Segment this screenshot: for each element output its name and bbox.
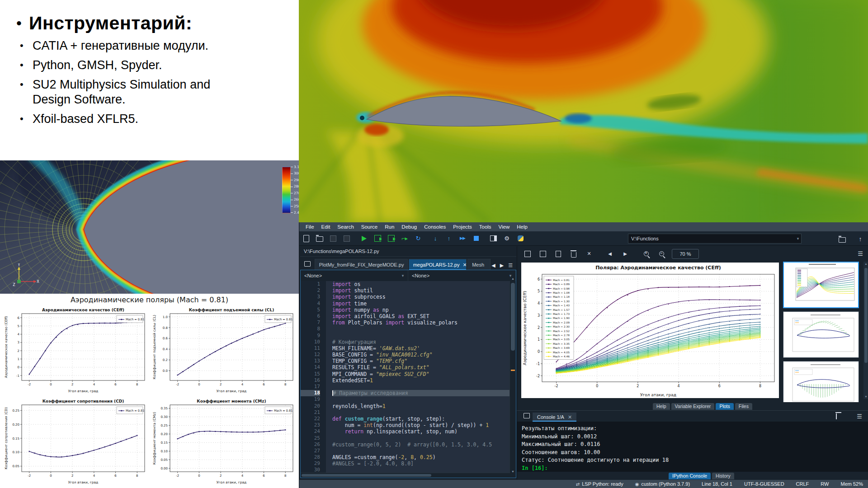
code-line-25[interactable] xyxy=(332,435,510,441)
tab-mesh[interactable]: Mesh xyxy=(467,259,491,270)
new-file-button[interactable] xyxy=(299,233,313,244)
save-all-plots-button[interactable] xyxy=(536,249,550,259)
menu-view[interactable]: View xyxy=(495,224,514,230)
code-line-14[interactable]: RESULTS_FILE = "ALL_polars.txt" xyxy=(332,364,510,371)
thumbnail-airfoil-plot-1[interactable] xyxy=(783,311,859,358)
scrollbar-thumb[interactable] xyxy=(511,283,515,351)
save-button[interactable] xyxy=(326,233,340,244)
menu-source[interactable]: Source xyxy=(358,224,381,230)
parent-directory-button[interactable]: ↑ xyxy=(854,234,867,244)
open-file-button[interactable] xyxy=(313,233,326,244)
code-line-19[interactable] xyxy=(332,396,510,403)
code-line-26[interactable]: #custom_range(0, 5, 2) # array([0.0, 1.5… xyxy=(332,441,510,448)
menu-tools[interactable]: Tools xyxy=(476,224,495,230)
run-button[interactable] xyxy=(357,233,371,244)
browse-directory-button[interactable] xyxy=(835,234,849,244)
code-editor[interactable]: 1234567891011121314151617181920212223242… xyxy=(301,281,510,473)
thumbnail-airfoil-plot-2[interactable] xyxy=(783,361,859,408)
code-line-5[interactable]: import numpy as np xyxy=(332,307,510,313)
next-plot-button[interactable]: ▶ xyxy=(618,249,632,259)
tab-megapolars[interactable]: megaPOLARS-12.py ✕ xyxy=(409,259,467,270)
remove-plot-button[interactable] xyxy=(567,249,580,259)
code-line-28[interactable]: ANGLES =custom_range(-2, 8, 0.25) xyxy=(332,454,510,460)
working-directory-combo[interactable]: ▾ xyxy=(628,234,802,244)
plots-options-menu-button[interactable]: ☰ xyxy=(858,250,863,257)
rerun-cell-button[interactable]: ↻ xyxy=(411,233,425,244)
menu-run[interactable]: Run xyxy=(381,224,398,230)
code-line-8[interactable] xyxy=(332,326,510,332)
remove-console-button[interactable] xyxy=(836,413,837,419)
code-line-30[interactable] xyxy=(332,467,510,473)
run-cell-advance-button[interactable] xyxy=(384,233,398,244)
previous-plot-button[interactable]: ◀ xyxy=(603,249,617,259)
debug-step-into-button[interactable]: ↓ xyxy=(429,233,442,244)
code-line-11[interactable]: MESH_FILENAME= 'GAW.dat.su2' xyxy=(332,345,510,352)
remove-all-plots-button[interactable]: ✕ xyxy=(582,249,596,259)
menu-file[interactable]: File xyxy=(302,224,318,230)
code-line-10[interactable]: # Конфигурация xyxy=(332,339,510,345)
thumbnails-scrollbar[interactable]: ▲ ▼ xyxy=(863,262,868,399)
code-line-17[interactable] xyxy=(332,384,510,390)
code-line-20[interactable]: reynolds_length=1 xyxy=(332,403,510,409)
save-all-button[interactable] xyxy=(340,233,354,244)
menu-search[interactable]: Search xyxy=(334,224,357,230)
console-options-menu-button[interactable]: ☰ xyxy=(857,413,862,420)
browse-consoles-button[interactable] xyxy=(521,410,533,421)
scrollbar-thumb[interactable] xyxy=(864,268,868,363)
code-line-3[interactable]: import subprocess xyxy=(332,294,510,300)
code-line-29[interactable]: #ANGLES = [-2.0, 4.0, 8.0] xyxy=(332,460,510,467)
code-text[interactable]: import osimport shutilimport subprocessi… xyxy=(326,281,510,473)
zoom-out-button[interactable]: − xyxy=(655,249,668,259)
editor-horizontal-scrollbar[interactable] xyxy=(301,473,510,478)
debug-continue-button[interactable]: ▶▶ xyxy=(456,233,469,244)
bottom-tab-history[interactable]: History xyxy=(712,473,734,479)
code-line-23[interactable]: num = int(np.round((stop - start) / step… xyxy=(332,422,510,428)
preferences-button[interactable]: ⚙ xyxy=(500,233,514,244)
scroll-up-icon[interactable]: ▲ xyxy=(863,263,868,265)
menu-help[interactable]: Help xyxy=(513,224,531,230)
code-line-12[interactable]: BASE_CONFIG = "inv_NACA0012.cfg" xyxy=(332,352,510,358)
close-icon[interactable]: ✕ xyxy=(462,262,467,268)
menu-consoles[interactable]: Consoles xyxy=(420,224,449,230)
scroll-down-icon[interactable]: ▼ xyxy=(863,395,868,398)
function-selector-dropdown[interactable]: <None> ▾ xyxy=(408,270,516,281)
tab-plotmy-file[interactable]: PlotMy_fromFile_FIX_MergeMODE.py ✕ xyxy=(315,259,408,270)
editor-vertical-scrollbar[interactable]: ▲ ▼ xyxy=(509,281,516,473)
pane-tab-files[interactable]: Files xyxy=(735,403,752,410)
code-line-2[interactable]: import shutil xyxy=(332,287,510,294)
browse-tabs-button[interactable] xyxy=(302,258,313,269)
thumbnail-polar-chart[interactable] xyxy=(783,262,859,308)
scroll-up-icon[interactable]: ▲ xyxy=(510,277,516,280)
code-line-6[interactable]: import airfoil_GOALS as EXT_SET xyxy=(332,313,510,319)
code-line-7[interactable]: from Plot_Polars import visualize_polars xyxy=(332,319,510,326)
code-line-9[interactable] xyxy=(332,333,510,339)
scrollbar-thumb[interactable] xyxy=(302,474,431,477)
maximize-pane-button[interactable] xyxy=(486,233,500,244)
code-line-22[interactable]: def custom_range(start, stop, step): xyxy=(332,416,510,422)
next-tab-button[interactable]: ▶ xyxy=(500,263,504,268)
menu-projects[interactable]: Projects xyxy=(449,224,476,230)
code-line-16[interactable]: ExtendedSET=1 xyxy=(332,377,510,384)
zoom-in-button[interactable]: + xyxy=(639,249,653,259)
copy-plot-button[interactable] xyxy=(552,249,565,259)
menu-edit[interactable]: Edit xyxy=(318,224,334,230)
code-line-1[interactable]: import os xyxy=(332,281,510,287)
console-tab[interactable]: Console 1/A ✕ xyxy=(533,413,576,422)
menu-debug[interactable]: Debug xyxy=(398,224,420,230)
pane-tab-variable-explorer[interactable]: Variable Explorer xyxy=(671,403,715,410)
run-cell-button[interactable] xyxy=(371,233,384,244)
console-output[interactable]: Результаты оптимизации:Минимальный шаг: … xyxy=(517,422,868,472)
stop-button[interactable] xyxy=(469,233,483,244)
prev-tab-button[interactable]: ◀ xyxy=(491,263,495,268)
code-line-4[interactable]: import time xyxy=(332,300,510,307)
close-icon[interactable]: ✕ xyxy=(568,414,572,420)
code-line-15[interactable]: MPI_COMMAND = "mpiexec SU2_CFD" xyxy=(332,371,510,377)
editor-options-menu-button[interactable]: ☰ xyxy=(508,263,513,268)
class-selector-dropdown[interactable]: <None> ▾ xyxy=(301,270,408,281)
python-env-button[interactable] xyxy=(514,233,527,244)
code-line-21[interactable] xyxy=(332,409,510,416)
pane-tab-plots[interactable]: Plots xyxy=(716,403,733,410)
close-icon[interactable]: ✕ xyxy=(407,262,407,268)
scroll-down-icon[interactable]: ▼ xyxy=(510,470,516,473)
bottom-tab-ipython-console[interactable]: IPython Console xyxy=(669,473,711,479)
